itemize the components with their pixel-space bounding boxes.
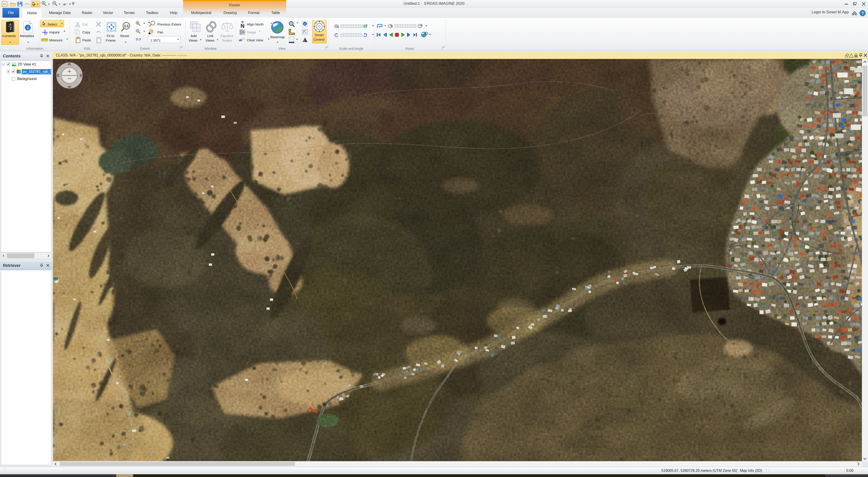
svg-text:−: − — [67, 75, 71, 82]
svg-text:A: A — [9, 23, 11, 26]
svg-text:N: N — [241, 23, 244, 29]
svg-text:?: ? — [862, 11, 864, 15]
svg-text:i: i — [305, 22, 305, 26]
svg-text:Im: Im — [3, 2, 6, 6]
svg-text:1:1: 1:1 — [124, 24, 129, 28]
svg-text:i: i — [27, 25, 29, 30]
svg-text:?: ? — [46, 33, 47, 35]
svg-text:+: + — [67, 68, 71, 75]
svg-text:Z: Z — [10, 27, 12, 30]
